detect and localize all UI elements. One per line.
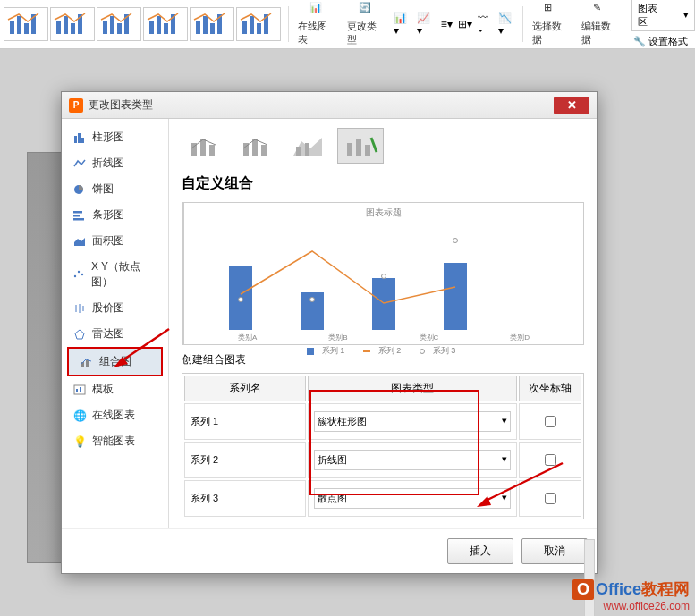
- chart-preview: 图表标题 类别A 类别B: [182, 202, 584, 345]
- series-row: 系列 2 折线图▾: [184, 442, 581, 478]
- custom-combo-title: 自定义组合: [182, 174, 584, 193]
- svg-rect-40: [86, 360, 89, 367]
- sidebar-item-combo[interactable]: 组合图: [69, 349, 161, 375]
- svg-point-32: [74, 275, 76, 277]
- svg-rect-28: [73, 211, 82, 214]
- svg-rect-42: [76, 389, 78, 392]
- style-thumb-1[interactable]: [4, 7, 48, 41]
- series-name-cell: 系列 2: [184, 442, 306, 478]
- select-value: 簇状柱形图: [318, 415, 367, 428]
- sidebar-item-label: 折线图: [92, 156, 124, 171]
- cancel-button[interactable]: 取消: [521, 538, 588, 564]
- chevron-down-icon: ▾: [502, 453, 507, 467]
- axis-dropdown-icon[interactable]: ≡▾: [438, 16, 455, 32]
- svg-point-60: [453, 239, 458, 243]
- chart-type-select[interactable]: 簇状柱形图▾: [314, 411, 511, 432]
- change-type-label: 更改类型: [347, 20, 386, 46]
- style-thumb-2[interactable]: [50, 7, 95, 41]
- edit-data-button[interactable]: ✎ 编辑数据: [576, 0, 625, 49]
- select-data-button[interactable]: ⊞ 选择数据: [527, 0, 576, 49]
- sidebar-item-label: 组合图: [99, 354, 131, 369]
- change-chart-type-dialog: P 更改图表类型 ✕ 柱形图 折线图 饼图 条形图: [61, 91, 598, 574]
- online-chart-button[interactable]: 📊 在线图表: [292, 0, 342, 49]
- style-thumb-6[interactable]: [236, 7, 281, 41]
- sidebar-item-bar[interactable]: 条形图: [62, 202, 168, 228]
- svg-line-56: [371, 138, 377, 152]
- preview-line-svg: [202, 223, 565, 330]
- sidebar-item-label: 雷达图: [92, 326, 124, 342]
- series-row: 系列 1 簇状柱形图▾: [184, 403, 581, 440]
- sidebar-item-radar[interactable]: 雷达图: [62, 321, 168, 347]
- chevron-down-icon: ▾: [683, 9, 689, 21]
- svg-rect-25: [78, 133, 81, 143]
- chart-preview-area: 类别A 类别B 类别C 类别D: [202, 223, 565, 330]
- template-icon: [72, 384, 87, 396]
- chart-legend: 系列 1 系列 2 系列 3: [184, 342, 583, 359]
- select-value: 折线图: [318, 453, 347, 467]
- sidebar-item-template[interactable]: 模板: [62, 376, 168, 402]
- style-thumb-5[interactable]: [190, 7, 234, 41]
- secondary-axis-checkbox[interactable]: [545, 416, 556, 427]
- svg-rect-14: [164, 23, 168, 34]
- sidebar-item-line[interactable]: 折线图: [62, 150, 168, 176]
- select-data-icon: ⊞: [544, 2, 560, 18]
- svg-marker-38: [75, 330, 84, 339]
- chart-type-select[interactable]: 折线图▾: [314, 450, 511, 470]
- app-icon: P: [69, 98, 83, 113]
- svg-point-59: [382, 274, 386, 279]
- insert-button[interactable]: 插入: [447, 538, 513, 564]
- chart-preview-title: 图表标题: [184, 203, 583, 223]
- edit-data-label: 编辑数据: [581, 20, 620, 46]
- svg-marker-31: [74, 238, 85, 246]
- change-type-button[interactable]: 🔄 更改类型: [342, 0, 391, 49]
- svg-rect-4: [56, 21, 61, 34]
- combo-subtype-1[interactable]: [182, 128, 228, 164]
- line-dropdown-icon[interactable]: 📈▾: [414, 10, 437, 38]
- wrench-icon: 🔧: [633, 36, 646, 46]
- svg-rect-12: [149, 21, 154, 34]
- secondary-axis-checkbox[interactable]: [545, 493, 556, 504]
- sidebar-item-column[interactable]: 柱形图: [62, 124, 168, 150]
- secondary-axis-checkbox[interactable]: [545, 454, 556, 466]
- set-format-button[interactable]: 🔧 设置格式: [626, 33, 695, 50]
- svg-rect-46: [209, 145, 215, 156]
- series-row: 系列 3 散点图▾: [184, 480, 581, 517]
- line-chart-icon: [72, 157, 87, 170]
- svg-rect-29: [73, 215, 80, 217]
- svg-point-33: [78, 271, 80, 273]
- svg-rect-10: [117, 23, 122, 34]
- bar-dropdown-icon[interactable]: 📊▾: [391, 10, 414, 38]
- dialog-footer: 插入 取消: [62, 528, 597, 573]
- style-thumb-4[interactable]: [143, 7, 188, 41]
- watermark-icon: O: [572, 579, 594, 600]
- svg-rect-5: [64, 16, 68, 34]
- trend-dropdown-icon[interactable]: 📉▾: [496, 10, 519, 38]
- sidebar-item-label: 饼图: [92, 181, 114, 197]
- sidebar-item-scatter[interactable]: X Y（散点图）: [62, 254, 168, 295]
- combo-subtype-2[interactable]: [233, 128, 280, 164]
- ribbon-toolbar: 📊 在线图表 🔄 更改类型 📊▾ 📈▾ ≡▾ ⊞▾ 〰▾ 📉▾ ⊞ 选择数据 ✎…: [0, 0, 695, 49]
- radar-chart-icon: [72, 328, 87, 341]
- chart-area-dropdown[interactable]: 图表区 ▾: [631, 0, 695, 31]
- sidebar-item-smart[interactable]: 💡 智能图表: [62, 428, 168, 454]
- series-name-cell: 系列 1: [184, 403, 306, 440]
- svg-rect-6: [71, 23, 75, 34]
- close-icon: ✕: [567, 98, 577, 112]
- sidebar-item-pie[interactable]: 饼图: [62, 176, 168, 202]
- combo-subtype-custom[interactable]: [337, 128, 384, 164]
- svg-rect-48: [252, 139, 258, 156]
- chart-type-select[interactable]: 散点图▾: [314, 488, 511, 509]
- sidebar-item-online[interactable]: 🌐 在线图表: [62, 402, 168, 428]
- online-chart-label: 在线图表: [298, 20, 336, 46]
- sidebar-item-area[interactable]: 面积图: [62, 228, 168, 254]
- close-button[interactable]: ✕: [554, 97, 589, 114]
- style-thumb-3[interactable]: [97, 7, 141, 41]
- grid-dropdown-icon[interactable]: ⊞▾: [455, 16, 475, 32]
- svg-rect-18: [210, 23, 215, 34]
- watermark-url: www.office26.com: [572, 600, 690, 612]
- combo-subtype-3[interactable]: [285, 128, 332, 164]
- sidebar-item-stock[interactable]: 股价图: [62, 295, 168, 321]
- svg-rect-22: [257, 23, 261, 34]
- svg-rect-26: [81, 138, 84, 143]
- series-dropdown-icon[interactable]: 〰▾: [475, 10, 496, 38]
